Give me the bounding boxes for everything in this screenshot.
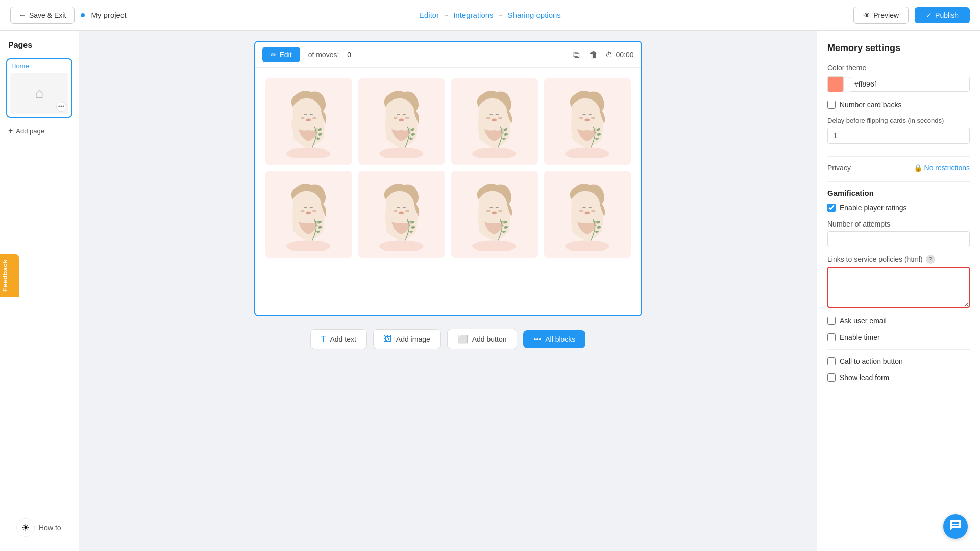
delay-input[interactable] (827, 128, 970, 144)
edit-pencil-icon: ✏ (271, 51, 277, 59)
memory-card-3[interactable] (451, 78, 538, 165)
svg-point-2 (301, 117, 305, 119)
svg-point-4 (306, 118, 311, 121)
enable-ratings-label: Enable player ratings (840, 204, 907, 212)
svg-point-11 (405, 117, 409, 119)
ask-email-label: Ask user email (840, 317, 887, 325)
how-to-section: ☀ How to (6, 510, 72, 541)
svg-point-24 (565, 147, 609, 158)
number-card-backs-label: Number card backs (840, 101, 901, 109)
no-restrictions-link[interactable]: 🔒 No restrictions (914, 164, 970, 172)
panel-title: Memory settings (827, 43, 970, 54)
svg-point-56 (565, 240, 609, 251)
memory-card-2[interactable] (358, 78, 445, 165)
publish-label: Publish (935, 11, 959, 19)
how-to-icon-button[interactable]: ☀ (16, 518, 35, 537)
add-page-button[interactable]: + Add page (6, 124, 72, 137)
attempts-input[interactable] (827, 231, 970, 247)
edit-button[interactable]: ✏ Edit (262, 47, 300, 62)
unsaved-dot (81, 13, 85, 17)
memory-card-7[interactable] (451, 171, 538, 258)
ask-email-checkbox[interactable] (827, 317, 836, 325)
save-exit-button[interactable]: ← Save & Exit (10, 7, 75, 24)
enable-timer-row: Enable timer (827, 333, 970, 341)
nav-editor[interactable]: Editor (419, 11, 439, 19)
delay-label: Delay before flipping cards (in seconds) (827, 117, 970, 124)
enable-ratings-row: Enable player ratings (827, 204, 970, 212)
home-page-card[interactable]: Home ⌂ ••• (6, 58, 72, 118)
right-panel: Memory settings Color theme Number card … (817, 31, 980, 551)
svg-point-12 (399, 118, 404, 121)
add-button-button[interactable]: ⬜ Add button (447, 329, 518, 349)
nav-arrow-2: → (498, 12, 504, 19)
color-theme-label: Color theme (827, 64, 970, 72)
topbar-center-nav: Editor → Integrations → Sharing options (127, 11, 854, 19)
number-card-backs-checkbox[interactable] (827, 101, 836, 109)
save-exit-label: Save & Exit (29, 11, 66, 19)
svg-point-35 (312, 210, 316, 212)
pages-title: Pages (6, 41, 72, 50)
svg-point-48 (472, 240, 517, 251)
nav-sharing[interactable]: Sharing options (508, 11, 561, 19)
all-blocks-button[interactable]: ••• All blocks (523, 330, 585, 348)
svg-point-60 (585, 211, 590, 214)
nav-integrations[interactable]: Integrations (453, 11, 493, 19)
color-input[interactable] (849, 77, 970, 92)
card-image-8 (544, 171, 631, 258)
cta-row: Call to action button (827, 357, 970, 365)
moves-label: of moves: (308, 51, 339, 59)
memory-card-5[interactable] (265, 171, 352, 258)
add-text-button[interactable]: T Add text (310, 329, 367, 349)
help-icon[interactable]: ? (926, 255, 935, 264)
memory-grid (255, 68, 641, 268)
memory-card-4[interactable] (544, 78, 631, 165)
how-to-area: ☀ How to (6, 510, 72, 541)
text-icon: T (321, 335, 326, 344)
back-arrow-icon: ← (19, 11, 26, 19)
svg-point-18 (486, 117, 491, 119)
timer-value: 00:00 (616, 51, 633, 59)
topbar-right: 👁 Preview ✓ Publish (853, 7, 970, 24)
feedback-tab[interactable]: Feedback (0, 254, 19, 297)
memory-card-8[interactable] (544, 171, 631, 258)
bottom-toolbar: T Add text 🖼 Add image ⬜ Add button ••• … (310, 320, 586, 358)
feedback-button[interactable]: Feedback (0, 254, 19, 297)
card-image-4 (544, 78, 631, 165)
enable-ratings-checkbox[interactable] (827, 204, 836, 212)
add-text-label: Add text (330, 335, 356, 343)
enable-timer-checkbox[interactable] (827, 333, 836, 341)
memory-card-1[interactable] (265, 78, 352, 165)
canvas-topbar: ✏ Edit of moves: 0 ⧉ 🗑 ⏱ 00:00 (255, 42, 641, 68)
memory-card-6[interactable] (358, 171, 445, 258)
svg-point-0 (286, 147, 331, 158)
svg-point-32 (286, 240, 331, 251)
copy-canvas-button[interactable]: ⧉ (571, 48, 582, 61)
color-swatch[interactable] (827, 76, 844, 92)
svg-point-3 (312, 117, 316, 119)
add-image-button[interactable]: 🖼 Add image (373, 329, 441, 349)
plus-icon: + (8, 126, 13, 135)
page-dots-button[interactable]: ••• (56, 102, 66, 112)
policies-textarea[interactable] (827, 267, 970, 308)
home-page-label: Home (10, 62, 68, 70)
delete-canvas-button[interactable]: 🗑 (587, 48, 600, 61)
cta-checkbox[interactable] (827, 357, 836, 365)
preview-button[interactable]: 👁 Preview (853, 7, 909, 24)
svg-point-42 (394, 210, 398, 212)
svg-point-58 (579, 210, 583, 212)
svg-point-43 (405, 210, 409, 212)
lead-form-checkbox[interactable] (827, 373, 836, 382)
add-button-label: Add button (472, 335, 507, 343)
canvas-topbar-right: ⧉ 🗑 ⏱ 00:00 (571, 48, 633, 61)
svg-point-44 (399, 211, 404, 214)
how-to-label[interactable]: How to (39, 523, 61, 532)
chat-bubble-button[interactable] (943, 514, 968, 539)
topbar-left: ← Save & Exit My project (10, 7, 127, 24)
page-thumbnail: ⌂ ••• (10, 73, 68, 114)
chat-icon (949, 519, 962, 534)
policies-label: Links to service policies (html) (827, 255, 923, 263)
nav-arrow-1: → (443, 12, 449, 19)
svg-point-51 (498, 210, 502, 212)
publish-button[interactable]: ✓ Publish (915, 7, 970, 23)
add-image-label: Add image (396, 335, 430, 343)
